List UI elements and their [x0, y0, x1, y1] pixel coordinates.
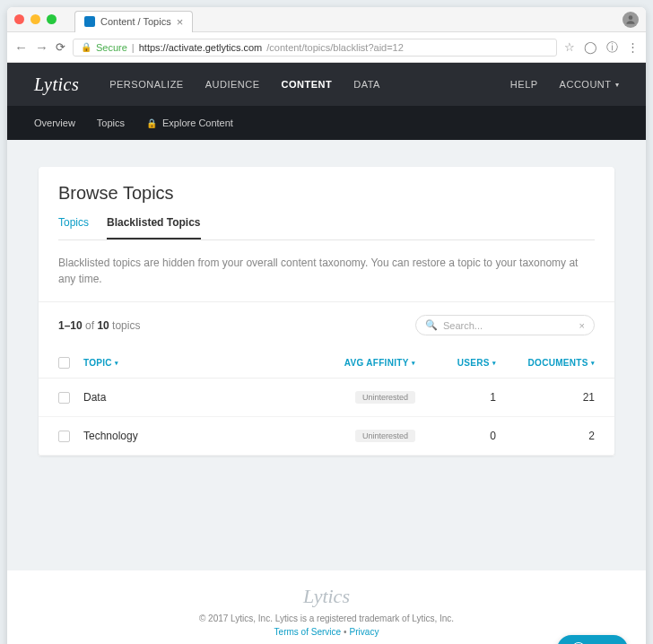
tab-close-icon[interactable]: × — [177, 15, 184, 29]
panel-description: Blacklisted topics are hidden from your … — [39, 240, 614, 302]
info-icon[interactable]: ⓘ — [606, 39, 618, 56]
footer: Lytics © 2017 Lytics, Inc. Lytics is a r… — [7, 570, 646, 644]
bookmark-icon[interactable]: ☆ — [564, 40, 575, 54]
account-label: ACCOUNT — [560, 79, 612, 90]
nav-audience[interactable]: AUDIENCE — [205, 79, 260, 90]
select-all-checkbox[interactable] — [58, 357, 70, 369]
subnav-topics[interactable]: Topics — [97, 117, 125, 128]
subnav-overview[interactable]: Overview — [34, 117, 75, 128]
tab-favicon — [84, 16, 95, 27]
cell-users: 0 — [415, 430, 496, 442]
forward-button[interactable]: → — [35, 39, 48, 55]
search-box[interactable]: 🔍 × — [415, 315, 595, 335]
subnav-explore[interactable]: 🔒 Explore Content — [146, 117, 233, 128]
browser-titlebar: Content / Topics × — [7, 7, 646, 32]
url-domain: https://activate.getlytics.com — [139, 42, 263, 53]
search-input[interactable] — [443, 320, 574, 331]
reload-button[interactable]: ⟳ — [56, 40, 65, 54]
header-affinity[interactable]: AVG AFFINITY▾ — [299, 358, 415, 368]
nav-content[interactable]: CONTENT — [282, 79, 333, 90]
chevron-down-icon: ▾ — [615, 81, 620, 89]
sort-arrow-icon: ▾ — [591, 360, 595, 367]
back-button[interactable]: ← — [14, 39, 28, 55]
table-header: TOPIC▾ AVG AFFINITY▾ USERS▾ DOCUMENTS▾ — [39, 348, 614, 379]
privacy-link[interactable]: Privacy — [350, 627, 379, 637]
header-documents[interactable]: DOCUMENTS▾ — [496, 358, 595, 368]
address-bar[interactable]: 🔒 Secure | https://activate.getlytics.co… — [73, 39, 557, 57]
search-icon: 🔍 — [425, 319, 438, 331]
row-checkbox[interactable] — [58, 431, 70, 442]
explore-label: Explore Content — [162, 117, 233, 128]
window-minimize-button[interactable] — [30, 14, 40, 24]
tab-topics[interactable]: Topics — [58, 216, 89, 239]
header-topic[interactable]: TOPIC▾ — [83, 358, 299, 368]
browser-toolbar: ← → ⟳ 🔒 Secure | https://activate.getlyt… — [7, 32, 646, 63]
app-subheader: Overview Topics 🔒 Explore Content — [7, 106, 646, 140]
svg-point-0 — [629, 15, 633, 20]
panel-title: Browse Topics — [58, 183, 595, 204]
cell-topic: Technology — [83, 430, 299, 442]
row-checkbox[interactable] — [58, 392, 70, 404]
window-fullscreen-button[interactable] — [47, 14, 57, 24]
lock-icon: 🔒 — [81, 42, 91, 52]
tab-blacklisted[interactable]: Blacklisted Topics — [107, 216, 200, 239]
content-area: Browse Topics Topics Blacklisted Topics … — [7, 140, 646, 570]
affinity-badge: Uninterested — [355, 391, 415, 404]
topics-count: 1–10 of 10 topics — [58, 319, 140, 332]
terms-link[interactable]: Terms of Service — [274, 627, 341, 637]
table-row[interactable]: Technology Uninterested 0 2 — [39, 417, 614, 456]
tab-title: Content / Topics — [100, 16, 171, 27]
help-button[interactable]: ? Help — [557, 635, 628, 644]
footer-copyright: © 2017 Lytics, Inc. Lytics is a register… — [7, 614, 646, 623]
panel: Browse Topics Topics Blacklisted Topics … — [39, 167, 614, 456]
lock-icon: 🔒 — [146, 118, 157, 128]
search-clear-icon[interactable]: × — [579, 320, 585, 331]
extension-icon[interactable]: ◯ — [584, 40, 597, 54]
table-row[interactable]: Data Uninterested 1 21 — [39, 379, 614, 417]
secure-label: Secure — [96, 42, 127, 53]
nav-personalize[interactable]: PERSONALIZE — [109, 79, 184, 90]
cell-documents: 21 — [496, 391, 595, 404]
cell-topic: Data — [83, 391, 299, 404]
app-header: Lytics PERSONALIZE AUDIENCE CONTENT DATA… — [7, 63, 646, 106]
url-path: /content/topics/blacklist?aid=12 — [266, 42, 404, 53]
nav-data[interactable]: DATA — [353, 79, 380, 90]
logo[interactable]: Lytics — [34, 74, 79, 95]
footer-links: Terms of Service•Privacy — [7, 627, 646, 637]
header-users[interactable]: USERS▾ — [415, 358, 496, 368]
browser-tab[interactable]: Content / Topics × — [74, 11, 193, 32]
sort-arrow-icon: ▾ — [115, 360, 118, 367]
nav-account[interactable]: ACCOUNT ▾ — [560, 79, 619, 90]
affinity-badge: Uninterested — [355, 430, 415, 442]
cell-users: 1 — [415, 391, 496, 404]
topics-table: TOPIC▾ AVG AFFINITY▾ USERS▾ DOCUMENTS▾ D… — [39, 348, 614, 456]
browser-menu-icon[interactable]: ⋮ — [627, 40, 639, 54]
footer-logo: Lytics — [7, 585, 646, 608]
cell-documents: 2 — [496, 430, 595, 442]
window-close-button[interactable] — [14, 14, 24, 24]
nav-help[interactable]: HELP — [510, 79, 538, 90]
profile-icon[interactable] — [623, 12, 639, 28]
